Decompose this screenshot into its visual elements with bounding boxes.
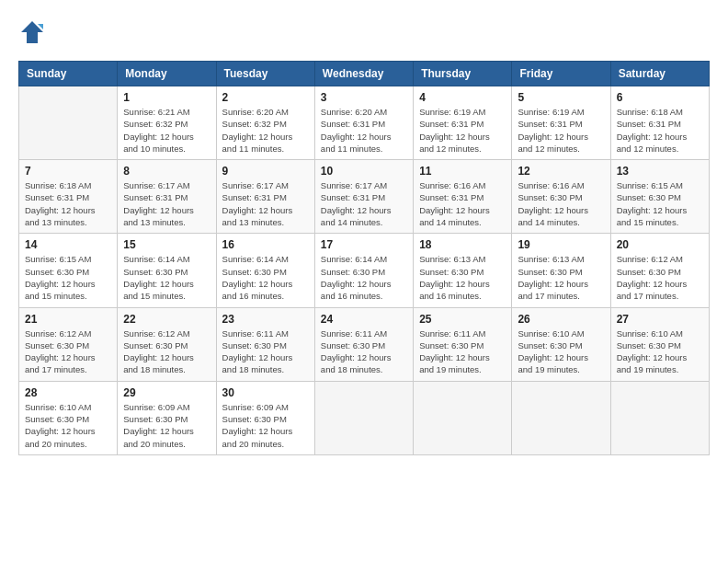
calendar-cell: 7Sunrise: 6:18 AMSunset: 6:31 PMDaylight… (19, 160, 118, 234)
day-number: 6 (617, 91, 703, 104)
calendar-cell: 27Sunrise: 6:10 AMSunset: 6:30 PMDayligh… (610, 307, 709, 381)
calendar-cell: 5Sunrise: 6:19 AMSunset: 6:31 PMDaylight… (512, 86, 610, 160)
calendar-cell: 18Sunrise: 6:13 AMSunset: 6:30 PMDayligh… (414, 234, 512, 307)
calendar-cell: 3Sunrise: 6:20 AMSunset: 6:31 PMDaylight… (314, 86, 413, 160)
calendar-cell: 13Sunrise: 6:15 AMSunset: 6:30 PMDayligh… (610, 160, 709, 234)
day-info: Sunrise: 6:10 AMSunset: 6:30 PMDaylight:… (25, 401, 111, 450)
day-number: 21 (25, 313, 111, 326)
day-number: 24 (321, 313, 407, 326)
calendar-cell: 25Sunrise: 6:11 AMSunset: 6:30 PMDayligh… (414, 307, 512, 381)
day-info: Sunrise: 6:13 AMSunset: 6:30 PMDaylight:… (419, 253, 506, 302)
calendar-cell: 26Sunrise: 6:10 AMSunset: 6:30 PMDayligh… (512, 307, 610, 381)
day-number: 11 (419, 165, 506, 178)
calendar-cell: 29Sunrise: 6:09 AMSunset: 6:30 PMDayligh… (118, 381, 216, 454)
weekday-header: Monday (118, 62, 216, 86)
calendar-cell: 23Sunrise: 6:11 AMSunset: 6:30 PMDayligh… (216, 307, 314, 381)
day-number: 1 (123, 91, 210, 104)
day-number: 26 (518, 313, 604, 326)
calendar-cell (610, 381, 709, 454)
day-number: 7 (25, 165, 111, 178)
day-info: Sunrise: 6:17 AMSunset: 6:31 PMDaylight:… (222, 179, 309, 228)
day-number: 25 (419, 313, 506, 326)
calendar-cell: 4Sunrise: 6:19 AMSunset: 6:31 PMDaylight… (414, 86, 512, 160)
week-row: 14Sunrise: 6:15 AMSunset: 6:30 PMDayligh… (19, 234, 710, 307)
day-number: 2 (222, 91, 309, 104)
calendar-cell: 19Sunrise: 6:13 AMSunset: 6:30 PMDayligh… (512, 234, 610, 307)
page-header (18, 18, 710, 46)
weekday-header: Tuesday (216, 62, 314, 86)
calendar-cell: 16Sunrise: 6:14 AMSunset: 6:30 PMDayligh… (216, 234, 314, 307)
day-info: Sunrise: 6:12 AMSunset: 6:30 PMDaylight:… (25, 327, 111, 376)
day-number: 28 (25, 386, 111, 399)
day-info: Sunrise: 6:14 AMSunset: 6:30 PMDaylight:… (123, 253, 210, 302)
calendar-cell: 28Sunrise: 6:10 AMSunset: 6:30 PMDayligh… (19, 381, 118, 454)
day-info: Sunrise: 6:12 AMSunset: 6:30 PMDaylight:… (123, 327, 210, 376)
day-info: Sunrise: 6:11 AMSunset: 6:30 PMDaylight:… (419, 327, 506, 376)
calendar-cell (414, 381, 512, 454)
day-info: Sunrise: 6:09 AMSunset: 6:30 PMDaylight:… (123, 401, 210, 450)
week-row: 21Sunrise: 6:12 AMSunset: 6:30 PMDayligh… (19, 307, 710, 381)
day-number: 27 (617, 313, 703, 326)
day-number: 18 (419, 238, 506, 251)
day-number: 13 (617, 165, 703, 178)
day-info: Sunrise: 6:15 AMSunset: 6:30 PMDaylight:… (25, 253, 111, 302)
day-info: Sunrise: 6:19 AMSunset: 6:31 PMDaylight:… (419, 106, 506, 155)
day-info: Sunrise: 6:15 AMSunset: 6:30 PMDaylight:… (617, 179, 703, 228)
calendar-cell: 2Sunrise: 6:20 AMSunset: 6:32 PMDaylight… (216, 86, 314, 160)
day-number: 19 (518, 238, 604, 251)
calendar-cell: 17Sunrise: 6:14 AMSunset: 6:30 PMDayligh… (314, 234, 413, 307)
day-info: Sunrise: 6:18 AMSunset: 6:31 PMDaylight:… (617, 106, 703, 155)
day-number: 16 (222, 238, 309, 251)
day-info: Sunrise: 6:16 AMSunset: 6:31 PMDaylight:… (419, 179, 506, 228)
week-row: 28Sunrise: 6:10 AMSunset: 6:30 PMDayligh… (19, 381, 710, 454)
day-number: 12 (518, 165, 604, 178)
day-info: Sunrise: 6:12 AMSunset: 6:30 PMDaylight:… (617, 253, 703, 302)
day-number: 9 (222, 165, 309, 178)
day-number: 3 (321, 91, 407, 104)
calendar-cell: 10Sunrise: 6:17 AMSunset: 6:31 PMDayligh… (314, 160, 413, 234)
day-info: Sunrise: 6:19 AMSunset: 6:31 PMDaylight:… (518, 106, 604, 155)
calendar-cell (512, 381, 610, 454)
calendar-cell: 11Sunrise: 6:16 AMSunset: 6:31 PMDayligh… (414, 160, 512, 234)
logo-icon (18, 18, 46, 46)
day-number: 22 (123, 313, 210, 326)
calendar-cell: 21Sunrise: 6:12 AMSunset: 6:30 PMDayligh… (19, 307, 118, 381)
day-info: Sunrise: 6:20 AMSunset: 6:32 PMDaylight:… (222, 106, 309, 155)
day-info: Sunrise: 6:16 AMSunset: 6:30 PMDaylight:… (518, 179, 604, 228)
weekday-header: Friday (512, 62, 610, 86)
calendar-cell: 12Sunrise: 6:16 AMSunset: 6:30 PMDayligh… (512, 160, 610, 234)
calendar-cell: 1Sunrise: 6:21 AMSunset: 6:32 PMDaylight… (118, 86, 216, 160)
day-info: Sunrise: 6:10 AMSunset: 6:30 PMDaylight:… (518, 327, 604, 376)
calendar-cell: 8Sunrise: 6:17 AMSunset: 6:31 PMDaylight… (118, 160, 216, 234)
calendar-cell (19, 86, 118, 160)
week-row: 7Sunrise: 6:18 AMSunset: 6:31 PMDaylight… (19, 160, 710, 234)
calendar-cell: 9Sunrise: 6:17 AMSunset: 6:31 PMDaylight… (216, 160, 314, 234)
calendar-cell: 15Sunrise: 6:14 AMSunset: 6:30 PMDayligh… (118, 234, 216, 307)
day-number: 30 (222, 386, 309, 399)
day-info: Sunrise: 6:20 AMSunset: 6:31 PMDaylight:… (321, 106, 407, 155)
weekday-header: Thursday (414, 62, 512, 86)
day-number: 23 (222, 313, 309, 326)
day-info: Sunrise: 6:11 AMSunset: 6:30 PMDaylight:… (222, 327, 309, 376)
day-number: 4 (419, 91, 506, 104)
calendar-header-row: SundayMondayTuesdayWednesdayThursdayFrid… (19, 62, 710, 86)
day-info: Sunrise: 6:10 AMSunset: 6:30 PMDaylight:… (617, 327, 703, 376)
calendar-cell: 20Sunrise: 6:12 AMSunset: 6:30 PMDayligh… (610, 234, 709, 307)
day-number: 5 (518, 91, 604, 104)
day-number: 20 (617, 238, 703, 251)
day-info: Sunrise: 6:09 AMSunset: 6:30 PMDaylight:… (222, 401, 309, 450)
calendar-cell: 6Sunrise: 6:18 AMSunset: 6:31 PMDaylight… (610, 86, 709, 160)
calendar-cell: 22Sunrise: 6:12 AMSunset: 6:30 PMDayligh… (118, 307, 216, 381)
weekday-header: Sunday (19, 62, 118, 86)
logo (18, 18, 50, 46)
week-row: 1Sunrise: 6:21 AMSunset: 6:32 PMDaylight… (19, 86, 710, 160)
calendar-cell: 14Sunrise: 6:15 AMSunset: 6:30 PMDayligh… (19, 234, 118, 307)
day-info: Sunrise: 6:14 AMSunset: 6:30 PMDaylight:… (222, 253, 309, 302)
day-info: Sunrise: 6:21 AMSunset: 6:32 PMDaylight:… (123, 106, 210, 155)
day-number: 29 (123, 386, 210, 399)
calendar-table: SundayMondayTuesdayWednesdayThursdayFrid… (18, 61, 710, 455)
day-info: Sunrise: 6:14 AMSunset: 6:30 PMDaylight:… (321, 253, 407, 302)
day-number: 15 (123, 238, 210, 251)
weekday-header: Saturday (610, 62, 709, 86)
calendar-cell: 30Sunrise: 6:09 AMSunset: 6:30 PMDayligh… (216, 381, 314, 454)
